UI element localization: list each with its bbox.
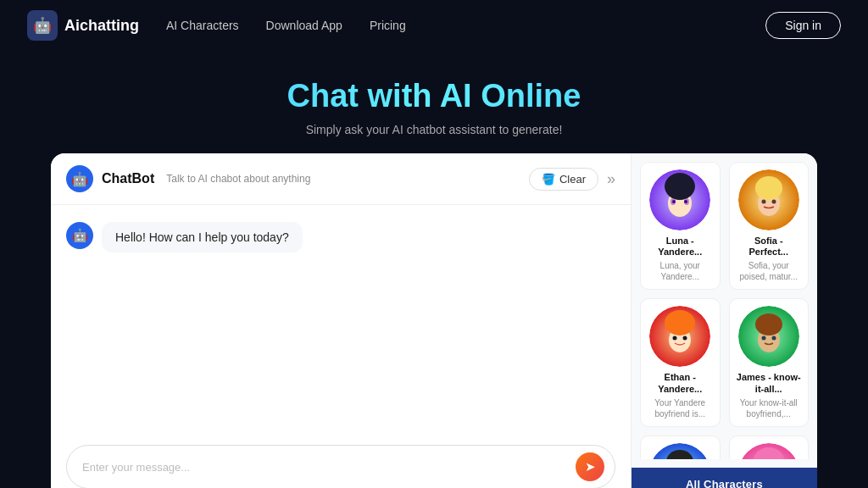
- nav-pricing[interactable]: Pricing: [370, 19, 406, 32]
- character-description: Your know-it-all boyfriend,...: [735, 397, 804, 419]
- navbar: 🤖 Aichatting AI Characters Download App …: [0, 0, 868, 51]
- character-avatar: [738, 169, 799, 230]
- svg-point-15: [673, 336, 677, 341]
- main-content: 🤖 ChatBot Talk to AI chabot about anythi…: [51, 153, 817, 488]
- svg-point-14: [665, 310, 695, 336]
- character-card[interactable]: Luna - Yandere... Luna, your Yandere...: [640, 162, 721, 290]
- character-name: Sofia - Perfect...: [735, 236, 804, 258]
- character-card[interactable]: James - know-it-all... Your know-it-all …: [729, 298, 810, 426]
- characters-scroll: Luna - Yandere... Luna, your Yandere... …: [632, 153, 817, 459]
- character-avatar: [649, 169, 710, 230]
- character-name: Luna - Yandere...: [646, 236, 715, 258]
- clear-button[interactable]: 🪣 Clear: [529, 168, 598, 191]
- send-button[interactable]: ➤: [576, 452, 604, 481]
- character-name: James - know-it-all...: [735, 372, 804, 394]
- svg-point-19: [755, 313, 782, 336]
- characters-grid: Luna - Yandere... Luna, your Yandere... …: [640, 162, 809, 459]
- hero-title: Chat with AI Online: [0, 78, 868, 114]
- svg-point-6: [684, 200, 687, 203]
- all-characters-button[interactable]: All Characters: [632, 468, 817, 488]
- send-icon: ➤: [585, 459, 596, 474]
- clear-label: Clear: [559, 173, 586, 186]
- svg-point-20: [761, 336, 765, 341]
- nav-links: AI Characters Download App Pricing: [166, 19, 765, 32]
- hero-section: Chat with AI Online Simply ask your AI c…: [0, 51, 868, 153]
- message-bot-icon: 🤖: [66, 222, 93, 249]
- chatbot-name: ChatBot: [102, 171, 154, 186]
- character-avatar: [738, 443, 799, 459]
- svg-point-9: [755, 176, 782, 200]
- nav-ai-characters[interactable]: AI Characters: [166, 19, 239, 32]
- character-description: Luna, your Yandere...: [646, 260, 715, 282]
- character-description: Sofia, your poised, matur...: [735, 260, 804, 282]
- character-avatar: [649, 306, 710, 367]
- character-avatar: [649, 443, 710, 459]
- logo[interactable]: 🤖 Aichatting: [27, 10, 139, 41]
- character-card[interactable]: Ethan - Yandere... Your Yandere boyfrien…: [640, 298, 721, 426]
- logo-icon: 🤖: [27, 10, 58, 41]
- hero-subtitle: Simply ask your AI chatbot assistant to …: [0, 123, 868, 136]
- svg-point-16: [683, 336, 687, 341]
- character-card[interactable]: Character 6 Anime character...: [729, 435, 810, 459]
- chat-header-actions: 🪣 Clear »: [529, 168, 615, 191]
- character-description: Your Yandere boyfriend is...: [646, 397, 715, 419]
- svg-point-10: [761, 200, 765, 204]
- character-name: Ethan - Yandere...: [646, 372, 715, 394]
- chat-input-area: ➤: [51, 436, 631, 488]
- sign-in-button[interactable]: Sign in: [765, 12, 841, 39]
- bucket-icon: 🪣: [542, 173, 555, 186]
- nav-download-app[interactable]: Download App: [266, 19, 342, 32]
- chat-panel: 🤖 ChatBot Talk to AI chabot about anythi…: [51, 153, 631, 488]
- message-bubble: Hello! How can I help you today?: [102, 222, 303, 252]
- chat-body: 🤖 Hello! How can I help you today?: [51, 205, 631, 436]
- svg-point-21: [771, 336, 776, 341]
- svg-point-5: [672, 200, 676, 203]
- chat-input-wrapper: ➤: [66, 445, 615, 488]
- message-input[interactable]: [82, 461, 576, 474]
- character-card[interactable]: Sofia - Perfect... Sofia, your poised, m…: [729, 162, 810, 290]
- svg-point-11: [771, 200, 776, 204]
- characters-panel: Luna - Yandere... Luna, your Yandere... …: [631, 153, 817, 488]
- character-avatar: [738, 306, 799, 367]
- chat-message-1: 🤖 Hello! How can I help you today?: [66, 222, 615, 252]
- chatbot-subtitle: Talk to AI chabot about anything: [166, 173, 310, 185]
- chatbot-icon: 🤖: [66, 165, 93, 192]
- character-card[interactable]: Character 5 Mysterious character...: [640, 435, 721, 459]
- chat-header: 🤖 ChatBot Talk to AI chabot about anythi…: [51, 153, 631, 205]
- svg-point-2: [665, 173, 695, 200]
- expand-icon[interactable]: »: [607, 170, 615, 188]
- logo-text: Aichatting: [64, 17, 139, 35]
